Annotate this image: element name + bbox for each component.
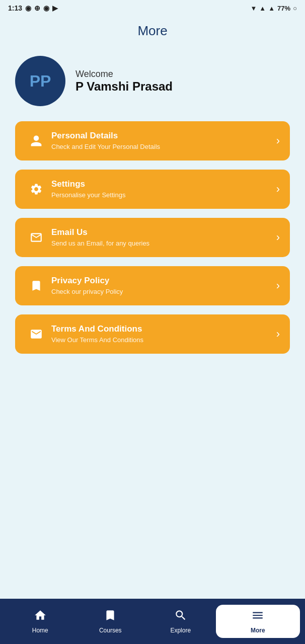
gear-icon — [25, 183, 47, 196]
status-bar: 1:13 ◉ ⊕ ◉ ▶ ▼ ▲ ▲ 77% ○ — [0, 0, 305, 14]
personal-details-text: Personal Details Check and Edit Your Per… — [47, 130, 276, 151]
terms-conditions-arrow: › — [276, 328, 280, 341]
menu-list: Personal Details Check and Edit Your Per… — [0, 121, 305, 354]
privacy-policy-text: Privacy Policy Check our privacy Policy — [47, 275, 276, 296]
terms-conditions-subtitle: View Our Terms And Conditions — [51, 336, 276, 345]
email-us-title: Email Us — [51, 227, 276, 238]
person-icon — [25, 134, 47, 147]
bookmark-icon — [25, 279, 47, 292]
settings-text: Settings Personalise your Settings — [47, 179, 276, 200]
personal-details-subtitle: Check and Edit Your Personal Details — [51, 143, 276, 151]
home-icon — [34, 609, 47, 625]
user-name: P Vamshi Prasad — [75, 79, 173, 94]
welcome-label: Welcome — [75, 69, 173, 79]
status-indicators: ▼ ▲ ▲ 77% ○ — [250, 5, 297, 12]
whatsapp-icon: ◉ — [25, 4, 31, 12]
nav-explore-label: Explore — [170, 627, 191, 634]
privacy-policy-subtitle: Check our privacy Policy — [51, 288, 276, 296]
nav-home[interactable]: Home — [5, 605, 75, 638]
battery-icon: ○ — [293, 5, 297, 12]
nav-more[interactable]: More — [216, 605, 300, 638]
battery-level: 77% — [277, 5, 290, 12]
nav-explore[interactable]: Explore — [145, 605, 216, 638]
email-us-arrow: › — [276, 231, 280, 244]
youtube-icon: ▶ — [52, 4, 58, 12]
profile-section: PP Welcome P Vamshi Prasad — [0, 44, 305, 121]
personal-details-arrow: › — [276, 134, 280, 147]
privacy-policy-title: Privacy Policy — [51, 275, 276, 286]
avatar-initials: PP — [30, 72, 51, 91]
courses-icon — [104, 609, 117, 625]
email-us-text: Email Us Send us an Email, for any queri… — [47, 227, 276, 248]
privacy-policy-item[interactable]: Privacy Policy Check our privacy Policy … — [15, 266, 290, 305]
explore-icon — [174, 609, 187, 625]
personal-details-item[interactable]: Personal Details Check and Edit Your Per… — [15, 121, 290, 160]
signal-icon: ▲ — [259, 5, 266, 12]
avatar: PP — [15, 56, 65, 106]
location-icon: ⊕ — [34, 4, 40, 12]
terms-conditions-item[interactable]: Terms And Conditions View Our Terms And … — [15, 314, 290, 354]
terms-conditions-text: Terms And Conditions View Our Terms And … — [47, 324, 276, 345]
settings-item[interactable]: Settings Personalise your Settings › — [15, 170, 290, 209]
profile-info: Welcome P Vamshi Prasad — [75, 69, 173, 94]
personal-details-title: Personal Details — [51, 130, 276, 141]
wifi-icon: ▼ — [250, 5, 257, 12]
signal2-icon: ▲ — [268, 5, 275, 12]
more-icon — [251, 609, 264, 625]
status-time-icons: 1:13 ◉ ⊕ ◉ ▶ — [8, 4, 58, 12]
settings-subtitle: Personalise your Settings — [51, 191, 276, 200]
email-us-item[interactable]: Email Us Send us an Email, for any queri… — [15, 218, 290, 257]
time-display: 1:13 — [8, 4, 22, 12]
email-card-icon — [25, 231, 47, 244]
page-title: More — [0, 14, 305, 44]
bottom-nav: Home Courses Explore More — [0, 599, 305, 644]
settings-title: Settings — [51, 179, 276, 190]
terms-conditions-title: Terms And Conditions — [51, 324, 276, 335]
nav-courses[interactable]: Courses — [75, 605, 146, 638]
nav-more-label: More — [251, 627, 265, 634]
nav-home-label: Home — [32, 627, 48, 634]
settings-arrow: › — [276, 183, 280, 196]
envelope-icon — [25, 328, 47, 341]
nav-courses-label: Courses — [99, 627, 122, 634]
privacy-policy-arrow: › — [276, 279, 280, 292]
email-us-subtitle: Send us an Email, for any queries — [51, 239, 276, 248]
whatsapp2-icon: ◉ — [43, 4, 49, 12]
